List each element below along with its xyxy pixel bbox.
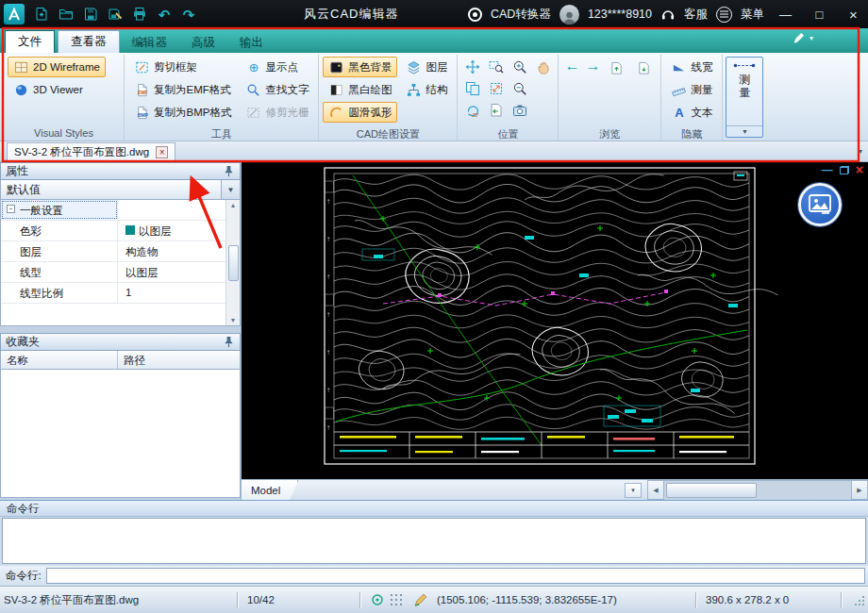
command-panel-header[interactable]: 命令行 — [0, 500, 868, 517]
horizontal-scrollbar[interactable]: ◀ ▶ — [647, 480, 868, 500]
tab-file[interactable]: 文件 — [5, 30, 55, 53]
tab-viewer[interactable]: 查看器 — [58, 30, 120, 53]
collapse-expander-icon[interactable]: - — [7, 205, 15, 213]
zoom-extents-button[interactable] — [485, 78, 507, 98]
convert-to-image-button[interactable] — [798, 183, 842, 226]
zoom-out-button[interactable] — [509, 78, 530, 98]
open-file-button[interactable] — [55, 3, 77, 25]
copy-view-button[interactable] — [461, 78, 483, 98]
text-toggle-button[interactable]: A 文本 — [665, 102, 718, 123]
find-text-button[interactable]: 查找文字 — [240, 79, 314, 100]
maximize-button[interactable]: □ — [807, 3, 832, 25]
property-row-linetype-scale[interactable]: 线型比例 1 — [1, 283, 240, 304]
black-background-button[interactable]: 黑色背景 — [323, 57, 397, 77]
document-tab-close-icon[interactable]: × — [156, 146, 168, 158]
redo-button[interactable]: ↷ — [177, 3, 200, 25]
grid-icon[interactable] — [390, 593, 403, 606]
scroll-up-icon[interactable]: ▲ — [230, 202, 237, 208]
model-tab[interactable]: Model — [242, 480, 298, 500]
page-up-button[interactable] — [606, 58, 627, 78]
command-history[interactable] — [2, 518, 866, 564]
measure-tool-panel[interactable]: 测量 ▼ — [726, 57, 763, 138]
cad-drawing: ↑↑↑↑↑↑↑ — [242, 162, 868, 479]
favorites-list[interactable] — [0, 370, 241, 498]
trim-raster-button[interactable]: 修剪光栅 — [240, 102, 314, 123]
copy-bmp-button[interactable]: BMP 复制为BMP格式 — [128, 102, 237, 123]
scroll-right-icon[interactable]: ▶ — [851, 480, 868, 500]
line-width-button[interactable]: 线宽 — [665, 57, 718, 77]
menu-link[interactable]: 菜单 — [741, 7, 764, 23]
command-input[interactable] — [46, 568, 865, 584]
save-button[interactable] — [79, 3, 102, 25]
save-as-button[interactable] — [104, 3, 126, 25]
preset-dropdown[interactable]: 默认值 ▼ — [0, 180, 241, 200]
property-group-label: 一般设置 — [20, 204, 63, 218]
customer-service-link[interactable]: 客服 — [684, 7, 708, 23]
cad-converter-link[interactable]: CAD转换器 — [491, 7, 551, 23]
measure-toggle-button[interactable]: 测量 — [665, 79, 718, 100]
resize-grip[interactable] — [853, 594, 865, 606]
drawing-canvas[interactable]: — × ↑↑↑↑↑↑↑ — [242, 162, 868, 500]
pencil-angle-icon[interactable] — [414, 593, 428, 606]
property-row-linetype[interactable]: 线型 以图层 — [1, 262, 240, 283]
clip-frame-button[interactable]: 剪切框架 — [128, 57, 237, 77]
structure-button[interactable]: 结构 — [400, 79, 453, 100]
favorites-col-path[interactable]: 路径 — [118, 351, 240, 369]
canvas-close-icon[interactable]: × — [856, 163, 863, 176]
scrollbar-thumb[interactable] — [666, 483, 757, 498]
avatar[interactable] — [559, 5, 579, 25]
doctab-overflow-chevron[interactable]: ▾ — [859, 147, 862, 156]
rotate-35-button[interactable]: 35° — [461, 100, 483, 120]
property-group-row[interactable]: -一般设置 — [1, 200, 240, 221]
account-name[interactable]: 123****8910 — [588, 8, 652, 21]
new-file-button[interactable] — [30, 3, 53, 25]
scrollbar-thumb[interactable] — [228, 245, 239, 281]
bw-drawing-button[interactable]: 黑白绘图 — [323, 79, 397, 100]
title-bar: ↶ ↷ 风云CAD编辑器 CAD转换器 123****8910 客服 菜单 — … — [0, 0, 868, 28]
show-points-button[interactable]: ⊕ 显示点 — [240, 57, 314, 77]
zoom-in-button[interactable] — [509, 57, 530, 76]
ribbon-options-chevron[interactable]: ▾ — [810, 34, 813, 42]
properties-scrollbar[interactable]: ▲ ▼ — [225, 200, 240, 325]
favorites-col-name[interactable]: 名称 — [1, 351, 118, 369]
layout-chevron[interactable]: ▾ — [625, 483, 642, 498]
minimize-button[interactable]: — — [773, 3, 798, 25]
favorites-title: 收藏夹 — [6, 334, 40, 350]
pin-icon[interactable] — [223, 336, 235, 348]
pin-icon[interactable] — [223, 165, 235, 177]
bw-drawing-label: 黑白绘图 — [348, 83, 392, 97]
tab-advanced[interactable]: 高级 — [179, 32, 227, 53]
pen-icon[interactable] — [793, 32, 805, 44]
layers-button[interactable]: 图层 — [400, 57, 453, 77]
tab-output[interactable]: 输出 — [227, 32, 275, 53]
canvas-restore-icon[interactable] — [840, 166, 849, 174]
browse-back-button[interactable]: ← — [564, 58, 579, 78]
scroll-down-icon[interactable]: ▼ — [230, 317, 237, 323]
print-button[interactable] — [128, 3, 151, 25]
close-button[interactable]: × — [841, 3, 866, 25]
3d-viewer-button[interactable]: 3D Viewer — [8, 79, 106, 100]
property-row-layer[interactable]: 图层 构造物 — [1, 241, 240, 262]
pan-button[interactable] — [461, 57, 483, 76]
previous-view-button[interactable] — [485, 100, 507, 120]
preset-dropdown-arrow[interactable]: ▼ — [221, 180, 240, 199]
smooth-arc-button[interactable]: 圆滑弧形 — [323, 102, 397, 123]
copy-emf-button[interactable]: EMF 复制为EMF格式 — [128, 79, 237, 100]
undo-button[interactable]: ↶ — [153, 3, 175, 25]
browse-forward-button[interactable]: → — [585, 58, 600, 78]
tab-editor[interactable]: 编辑器 — [120, 32, 180, 53]
property-value: 1 — [125, 287, 131, 298]
canvas-minimize-icon[interactable]: — — [822, 164, 833, 175]
bw-drawing-icon — [328, 82, 344, 97]
property-row-color[interactable]: 色彩 以图层 — [1, 221, 240, 241]
measure-panel-dropdown[interactable]: ▼ — [726, 125, 762, 137]
page-down-button[interactable] — [633, 58, 655, 78]
zoom-window-button[interactable] — [485, 57, 507, 76]
snap-marker-icon[interactable] — [371, 593, 384, 606]
aerial-view-button[interactable] — [509, 100, 530, 120]
scroll-left-icon[interactable]: ◀ — [647, 480, 664, 500]
pan-hand-button[interactable] — [532, 57, 554, 76]
2d-wireframe-button[interactable]: 2D Wireframe — [8, 57, 106, 77]
scrollbar-track[interactable] — [664, 480, 851, 500]
document-tab[interactable]: SV-3-2 桥位平面布置图.dwg × — [7, 142, 175, 161]
